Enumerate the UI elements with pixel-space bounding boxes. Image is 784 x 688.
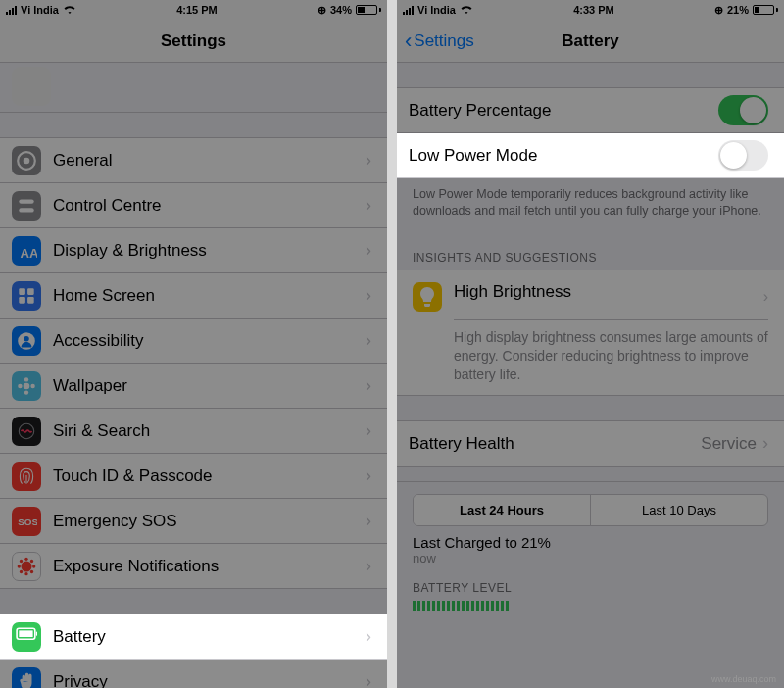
- svg-point-1: [24, 157, 30, 164]
- settings-row-accessibility[interactable]: Accessibility›: [0, 319, 387, 364]
- battery-health-row[interactable]: Battery Health Service ›: [397, 421, 784, 467]
- svg-rect-28: [19, 630, 32, 637]
- settings-row-control-centre[interactable]: Control Centre›: [0, 183, 387, 228]
- chevron-right-icon: ›: [366, 671, 371, 688]
- row-label: Battery: [53, 627, 366, 647]
- row-label: Battery Health: [409, 434, 701, 454]
- svg-rect-6: [27, 288, 34, 295]
- insight-high-brightness[interactable]: High Brightness › High display brightnes…: [397, 270, 784, 397]
- settings-row-home-screen[interactable]: Home Screen›: [0, 273, 387, 319]
- row-label: Accessibility: [53, 331, 366, 351]
- settings-row-siri-search[interactable]: Siri & Search›: [0, 409, 387, 454]
- row-label: Exposure Notifications: [53, 557, 366, 576]
- last-charged-info: Last Charged to 21% now: [397, 526, 784, 567]
- page-title: Settings: [161, 31, 226, 51]
- last-charged-label: Last Charged to 21%: [413, 534, 768, 551]
- battery-icon: [356, 5, 381, 15]
- svg-point-13: [24, 390, 28, 394]
- chevron-right-icon: ›: [366, 150, 371, 171]
- battery-pct: 34%: [330, 4, 352, 16]
- svg-point-26: [20, 569, 23, 572]
- virus-icon: [12, 552, 41, 581]
- rotation-lock-icon: ⊕: [714, 4, 723, 17]
- row-label: Wallpaper: [53, 376, 366, 396]
- row-label: Touch ID & Passcode: [53, 467, 366, 486]
- svg-rect-5: [19, 288, 25, 295]
- settings-row-touch-id-passcode[interactable]: Touch ID & Passcode›: [0, 454, 387, 499]
- segment-10d[interactable]: Last 10 Days: [590, 495, 767, 525]
- svg-point-10: [24, 336, 29, 342]
- siri-icon: [12, 417, 41, 446]
- svg-point-11: [24, 382, 30, 389]
- svg-text:SOS: SOS: [18, 516, 37, 527]
- svg-rect-3: [19, 208, 33, 212]
- finger-icon: [12, 462, 41, 491]
- low-power-mode-toggle[interactable]: [718, 140, 768, 171]
- SOS-icon: SOS: [12, 507, 41, 536]
- row-label: Battery Percentage: [409, 101, 718, 121]
- wifi-icon: [63, 5, 76, 15]
- chevron-right-icon: ›: [366, 626, 371, 647]
- wifi-icon: [460, 5, 473, 15]
- svg-rect-8: [27, 297, 34, 304]
- svg-point-23: [20, 559, 23, 562]
- person-icon: [12, 326, 41, 356]
- gear-icon: [12, 146, 41, 175]
- svg-point-19: [24, 557, 27, 560]
- settings-row-wallpaper[interactable]: Wallpaper›: [0, 364, 387, 409]
- flower-icon: [12, 371, 41, 401]
- battery-percentage-toggle[interactable]: [718, 95, 768, 125]
- row-label: Emergency SOS: [53, 512, 366, 531]
- time-label: 4:15 PM: [176, 4, 218, 16]
- svg-point-25: [30, 559, 33, 562]
- svg-rect-7: [19, 297, 25, 304]
- settings-row-emergency-sos[interactable]: SOSEmergency SOS›: [0, 499, 387, 544]
- grid-icon: [12, 281, 41, 311]
- battery-level-chart: [397, 601, 784, 614]
- svg-point-24: [30, 569, 33, 572]
- page-title: Battery: [562, 31, 619, 51]
- row-label: Privacy: [53, 672, 366, 689]
- battery-percentage-row[interactable]: Battery Percentage: [397, 88, 784, 133]
- watermark: www.deuaq.com: [711, 674, 776, 684]
- battery-screen: Vi India 4:33 PM ⊕ 21% ‹ Settings Batter…: [397, 0, 784, 688]
- settings-row-display-brightness[interactable]: AADisplay & Brightness›: [0, 228, 387, 273]
- battery-icon: [753, 5, 778, 15]
- chevron-right-icon: ›: [366, 420, 371, 441]
- low-power-description: Low Power Mode temporarily reduces backg…: [397, 178, 784, 233]
- settings-list: General›Control Centre›AADisplay & Brigh…: [0, 138, 387, 688]
- lightbulb-icon: [413, 282, 442, 312]
- back-button[interactable]: ‹ Settings: [405, 30, 474, 52]
- row-label: Home Screen: [53, 286, 366, 306]
- svg-point-14: [18, 383, 22, 387]
- chevron-right-icon: ›: [366, 285, 371, 306]
- row-label: Display & Brightness: [53, 241, 366, 261]
- switches-icon: [12, 191, 41, 221]
- battery-health-value: Service: [701, 434, 757, 454]
- chevron-right-icon: ›: [366, 375, 371, 396]
- svg-point-18: [22, 561, 32, 571]
- svg-point-15: [30, 383, 34, 387]
- svg-rect-2: [19, 199, 33, 203]
- time-range-segment[interactable]: Last 24 Hours Last 10 Days: [413, 494, 768, 526]
- svg-rect-29: [36, 631, 37, 635]
- settings-row-exposure-notifications[interactable]: Exposure Notifications›: [0, 544, 387, 589]
- low-power-mode-row[interactable]: Low Power Mode: [397, 133, 784, 178]
- svg-point-21: [18, 565, 21, 567]
- chevron-right-icon: ›: [366, 466, 371, 486]
- navbar: ‹ Settings Battery: [397, 20, 784, 63]
- row-icon-partial: [12, 67, 51, 106]
- insight-description: High display brightness consumes large a…: [454, 328, 768, 384]
- svg-point-20: [24, 572, 27, 575]
- chevron-right-icon: ›: [366, 240, 371, 261]
- chevron-right-icon: ›: [366, 556, 371, 576]
- settings-row-battery[interactable]: Battery›: [0, 614, 387, 660]
- battery-icon: [12, 622, 41, 652]
- settings-row-privacy[interactable]: Privacy›: [0, 660, 387, 688]
- carrier-label: Vi India: [21, 4, 59, 16]
- segment-24h[interactable]: Last 24 Hours: [414, 495, 590, 525]
- carrier-label: Vi India: [417, 4, 456, 16]
- settings-row-general[interactable]: General›: [0, 138, 387, 183]
- svg-point-22: [32, 565, 35, 567]
- chevron-left-icon: ‹: [405, 30, 412, 52]
